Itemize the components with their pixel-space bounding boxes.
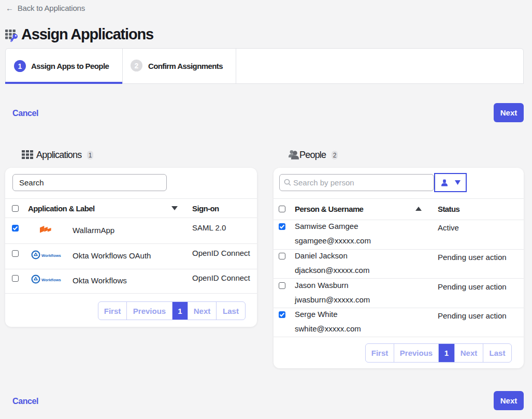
svg-text:Workflows: Workflows bbox=[41, 278, 61, 282]
svg-text:Workflows: Workflows bbox=[41, 253, 61, 258]
